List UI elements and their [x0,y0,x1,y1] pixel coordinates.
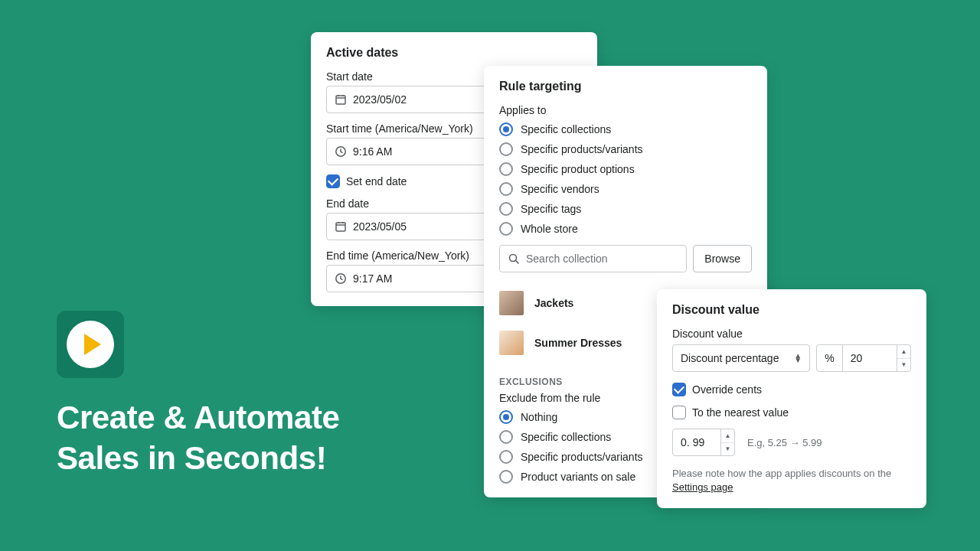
applies-to-option[interactable]: Specific product options [499,162,752,176]
headline-line-2: Sales in Seconds! [57,439,339,479]
collection-name: Jackets [534,297,573,309]
radio-selected-icon [499,122,513,136]
cents-value: 99 [693,436,720,448]
set-end-date-label: Set end date [346,175,407,187]
exclude-option-label: Nothing [521,411,557,423]
radio-icon [499,162,513,176]
stepper-down-icon: ▼ [897,359,910,372]
discount-value-title: Discount value [672,303,911,317]
number-stepper[interactable]: ▲▼ [897,345,910,371]
radio-icon [499,222,513,236]
applies-to-option-label: Specific products/variants [521,143,643,155]
checkbox-checked-icon [326,174,340,188]
app-icon [57,311,124,378]
play-circle [67,321,114,368]
clock-icon [335,272,347,285]
browse-button[interactable]: Browse [693,245,752,272]
svg-rect-0 [336,96,345,104]
number-stepper[interactable]: ▲▼ [720,429,734,455]
search-icon [508,253,520,265]
cents-prefix: 0. [673,436,693,448]
radio-icon [499,450,513,464]
percent-prefix: % [817,345,842,371]
applies-to-label: Applies to [499,104,752,116]
settings-page-link[interactable]: Settings page [672,481,733,493]
checkbox-checked-icon [672,383,686,396]
search-collection-input[interactable]: Search collection [499,245,687,272]
svg-line-11 [516,261,519,264]
clock-icon [335,145,347,158]
applies-to-option-label: Whole store [521,223,578,235]
radio-icon [499,202,513,216]
discount-value-card: Discount value Discount value Discount p… [657,289,926,508]
collection-name: Summer Dresses [534,337,622,349]
radio-icon [499,142,513,156]
exclude-option-label: Specific products/variants [521,451,643,463]
calendar-icon [335,220,347,233]
applies-to-option[interactable]: Whole store [499,222,752,236]
cents-value-input[interactable]: 0. 99 ▲▼ [672,429,735,456]
applies-to-option-label: Specific tags [521,203,581,215]
radio-icon [499,430,513,444]
collection-thumbnail [499,291,524,315]
applies-to-option[interactable]: Specific vendors [499,182,752,196]
to-nearest-label: To the nearest value [692,406,789,419]
stepper-down-icon: ▼ [721,443,734,456]
override-cents-label: Override cents [692,383,762,396]
override-cents-checkbox-row[interactable]: Override cents [672,383,911,396]
applies-to-option-label: Specific product options [521,163,635,175]
discount-amount-input[interactable]: % 20 ▲▼ [816,344,911,372]
discount-value-label: Discount value [672,328,911,340]
applies-to-option-label: Specific collections [521,123,611,135]
discount-type-value: Discount percentage [681,352,779,364]
example-text: E.g, 5.25 → 5.99 [747,437,822,448]
headline-line-1: Create & Automate [57,398,339,439]
applies-to-option[interactable]: Specific tags [499,202,752,216]
rule-targeting-title: Rule targeting [499,80,752,93]
play-icon [84,334,101,355]
to-nearest-checkbox-row[interactable]: To the nearest value [672,406,911,419]
radio-icon [499,470,513,484]
stepper-up-icon: ▲ [721,429,734,443]
search-placeholder: Search collection [526,253,678,265]
discount-note: Please note how the app applies discount… [672,467,911,494]
discount-type-select[interactable]: Discount percentage ▲▼ [672,344,810,372]
applies-to-option[interactable]: Specific products/variants [499,142,752,156]
discount-amount-value: 20 [843,352,897,364]
exclude-option-label: Product variants on sale [521,471,635,483]
applies-to-option-label: Specific vendors [521,183,599,195]
hero-headline: Create & Automate Sales in Seconds! [57,398,339,478]
checkbox-icon [672,406,686,419]
stepper-up-icon: ▲ [897,345,910,359]
calendar-icon [335,93,347,106]
radio-selected-icon [499,410,513,424]
exclude-option-label: Specific collections [521,431,611,443]
active-dates-title: Active dates [326,46,582,60]
svg-rect-5 [336,223,345,231]
select-caret-icon: ▲▼ [794,354,802,363]
radio-icon [499,182,513,196]
applies-to-option[interactable]: Specific collections [499,122,752,136]
collection-thumbnail [499,331,524,355]
